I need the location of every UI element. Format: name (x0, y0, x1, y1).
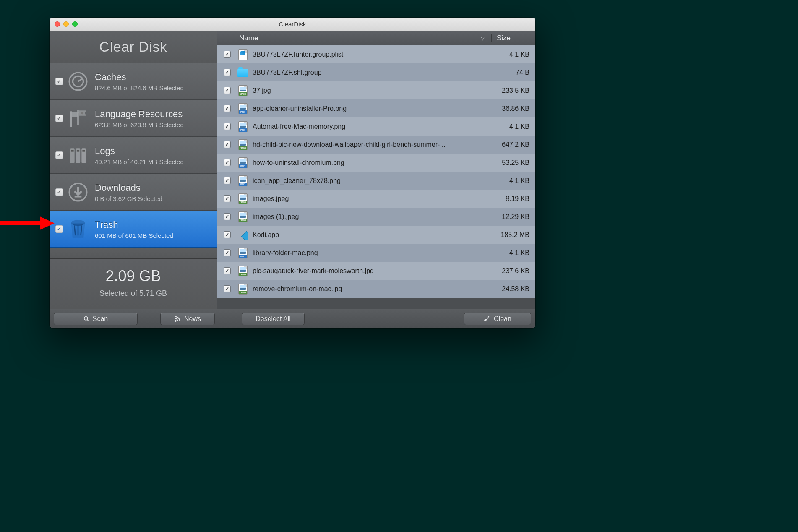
table-row[interactable]: ✓remove-chromium-on-mac.jpg24.58 KB (217, 280, 535, 298)
deselect-all-button[interactable]: Deselect All (242, 313, 305, 325)
file-name: app-cleaner-uninstaller-Pro.png (253, 105, 492, 112)
svg-marker-1 (40, 216, 55, 230)
file-size: 237.6 KB (492, 267, 535, 275)
svg-rect-5 (70, 111, 72, 127)
svg-point-22 (84, 316, 88, 320)
row-checkbox[interactable]: ✓ (224, 105, 231, 112)
jpeg-icon (237, 211, 249, 222)
gauge-icon (65, 69, 91, 94)
svg-rect-11 (71, 150, 73, 152)
selection-summary: 2.09 GB Selected of 5.71 GB (50, 258, 217, 309)
table-row[interactable]: ✓37.jpg233.5 KB (217, 81, 535, 99)
column-name[interactable]: Name ▽ (237, 34, 492, 42)
row-checkbox[interactable]: ✓ (224, 51, 231, 58)
category-checkbox[interactable]: ✓ (55, 78, 63, 85)
row-checkbox[interactable]: ✓ (224, 285, 231, 292)
table-row[interactable]: ✓images.jpeg8.19 KB (217, 190, 535, 208)
scan-button[interactable]: Scan (54, 313, 138, 325)
file-size: 4.1 KB (492, 249, 535, 257)
file-name: pic-saugatuck-river-mark-molesworth.jpg (253, 267, 492, 275)
table-row[interactable]: ✓app-cleaner-uninstaller-Pro.png36.86 KB (217, 99, 535, 117)
table-row[interactable]: ✓how-to-uninstall-chromium.png53.25 KB (217, 154, 535, 172)
row-checkbox[interactable]: ✓ (224, 267, 231, 274)
column-size[interactable]: Size (492, 34, 535, 42)
jpeg-icon (237, 193, 249, 204)
file-size: 36.86 KB (492, 105, 535, 112)
flags-icon (65, 106, 91, 131)
sidebar-item-downloads[interactable]: ✓Downloads0 B of 3.62 GB Selected (50, 174, 217, 211)
row-checkbox[interactable]: ✓ (224, 195, 231, 202)
row-checkbox[interactable]: ✓ (224, 123, 231, 130)
sort-descending-icon: ▽ (481, 35, 485, 41)
png-icon (237, 157, 249, 168)
row-checkbox[interactable]: ✓ (224, 177, 231, 184)
sidebar-item-language-resources[interactable]: ✓Language Resources623.8 MB of 623.8 MB … (50, 100, 217, 137)
file-size: 74 B (492, 69, 535, 76)
table-row[interactable]: ✓pic-saugatuck-river-mark-molesworth.jpg… (217, 262, 535, 280)
rss-icon (174, 316, 181, 322)
file-name: images.jpeg (253, 195, 492, 203)
category-checkbox[interactable]: ✓ (55, 188, 63, 196)
row-checkbox[interactable]: ✓ (224, 141, 231, 148)
row-checkbox[interactable]: ✓ (224, 249, 231, 256)
category-checkbox[interactable]: ✓ (55, 225, 63, 233)
svg-point-7 (81, 112, 83, 114)
category-checkbox[interactable]: ✓ (55, 151, 63, 159)
category-title: Downloads (95, 183, 162, 193)
sidebar-header: Clear Disk (50, 31, 217, 63)
sidebar-item-trash[interactable]: ✓Trash601 MB of 601 MB Selected (50, 211, 217, 248)
category-title: Logs (95, 146, 184, 156)
svg-rect-12 (77, 150, 79, 152)
file-size: 4.1 KB (492, 123, 535, 130)
row-checkbox[interactable]: ✓ (224, 213, 231, 220)
file-size: 233.5 KB (492, 87, 535, 94)
file-name: 3BU773L7ZF.funter.group.plist (253, 51, 492, 58)
table-row[interactable]: ✓images (1).jpeg12.29 KB (217, 208, 535, 226)
png-icon (237, 175, 249, 186)
file-name: hd-child-pic-new-download-wallpaper-chil… (253, 141, 492, 149)
row-checkbox[interactable]: ✓ (224, 159, 231, 166)
category-subtitle: 623.8 MB of 623.8 MB Selected (95, 121, 184, 128)
sidebar-item-caches[interactable]: ✓Caches824.6 MB of 824.6 MB Selected (50, 63, 217, 100)
file-size: 647.2 KB (492, 141, 535, 149)
file-name: images (1).jpeg (253, 213, 492, 221)
footer: Scan News Deselect All Clean (50, 309, 535, 328)
row-checkbox[interactable]: ✓ (224, 231, 231, 238)
file-size: 8.19 KB (492, 195, 535, 203)
clean-button[interactable]: Clean (464, 313, 531, 325)
row-checkbox[interactable]: ✓ (224, 69, 231, 76)
file-name: icon_app_cleaner_78x78.png (253, 177, 492, 185)
table-row[interactable]: ✓3BU773L7ZF.shf.group74 B (217, 63, 535, 81)
png-icon (237, 248, 249, 258)
sidebar-item-logs[interactable]: ✓Logs40.21 MB of 40.21 MB Selected (50, 137, 217, 174)
sidebar: Clear Disk ✓Caches824.6 MB of 824.6 MB S… (50, 31, 217, 309)
svg-point-24 (175, 320, 176, 321)
table-row[interactable]: ✓Automat-free-Mac-memory.png4.1 KB (217, 117, 535, 136)
category-subtitle: 0 B of 3.62 GB Selected (95, 195, 162, 202)
summary-subtitle: Selected of 5.71 GB (50, 289, 217, 298)
jpeg-icon (237, 284, 249, 295)
table-row[interactable]: ✓library-folder-mac.png4.1 KB (217, 244, 535, 262)
broom-icon (484, 316, 490, 322)
row-checkbox[interactable]: ✓ (224, 87, 231, 94)
file-name: how-to-uninstall-chromium.png (253, 159, 492, 167)
category-title: Language Resources (95, 109, 184, 120)
download-icon (65, 180, 91, 205)
file-size: 53.25 KB (492, 159, 535, 167)
table-header: Name ▽ Size (217, 31, 535, 45)
table-row[interactable]: ✓icon_app_cleaner_78x78.png4.1 KB (217, 172, 535, 190)
titlebar: ClearDisk (50, 18, 535, 31)
file-size: 4.1 KB (492, 51, 535, 58)
svg-rect-13 (82, 150, 85, 152)
category-checkbox[interactable]: ✓ (55, 115, 63, 122)
category-subtitle: 824.6 MB of 824.6 MB Selected (95, 84, 184, 91)
svg-line-4 (78, 79, 82, 81)
svg-rect-6 (77, 110, 79, 125)
table-row[interactable]: ✓3BU773L7ZF.funter.group.plist4.1 KB (217, 45, 535, 63)
file-name: Kodi.app (253, 231, 492, 239)
app-title: Clear Disk (99, 39, 167, 55)
table-row[interactable]: ✓Kodi.app185.2 MB (217, 226, 535, 244)
news-button[interactable]: News (160, 313, 215, 325)
table-row[interactable]: ✓hd-child-pic-new-download-wallpaper-chi… (217, 136, 535, 154)
kodi-icon (237, 230, 249, 240)
